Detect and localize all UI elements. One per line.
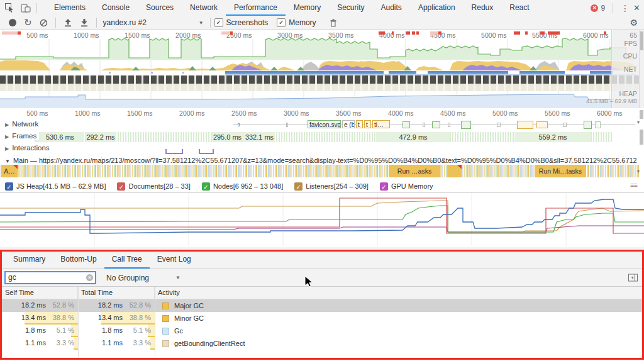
divider — [55, 18, 56, 28]
scrollbar-thumb[interactable] — [640, 130, 643, 145]
counter-gpu-memory[interactable]: ✓GPU Memory — [380, 182, 433, 191]
network-request[interactable]: favicon.svg… — [308, 120, 341, 128]
table-row[interactable]: 13.4 ms38.8 %13.4 ms38.8 %Minor GC — [2, 312, 642, 325]
column-header-activity[interactable]: Activity — [155, 287, 642, 299]
percent-value: 3.3 % — [133, 339, 151, 347]
ruler-label: 2000 ms — [179, 109, 204, 117]
device-toolbar-icon[interactable] — [19, 2, 33, 14]
tab-react[interactable]: React — [501, 0, 537, 16]
frame-duration[interactable]: 559.2 ms — [514, 132, 591, 142]
flame-task[interactable] — [448, 165, 462, 177]
screenshots-checkbox[interactable]: ✓ — [214, 18, 223, 27]
network-request[interactable]: e (b — [342, 120, 355, 128]
checkbox-icon[interactable]: ✓ — [202, 182, 210, 191]
record-button[interactable] — [9, 19, 16, 26]
tab-application[interactable]: Application — [410, 0, 464, 16]
settings-gear-icon[interactable]: ⚙ — [630, 18, 638, 28]
grouping-select[interactable]: No Grouping ▼ — [106, 274, 180, 282]
overview-lane-labels: 65 FPS CPU NET HEAP 41.5 MB – 62.9 MB — [611, 30, 640, 108]
tab-network[interactable]: Network — [182, 0, 226, 16]
table-row[interactable]: 1.8 ms5.1 %1.8 ms5.1 %Gc — [2, 325, 642, 337]
collect-garbage-button[interactable] — [329, 18, 338, 28]
frame-duration[interactable]: 292.2 ms — [86, 132, 116, 142]
error-count-badge[interactable]: ✕ 9 — [591, 4, 605, 13]
frames-track-label[interactable]: ▶Frames — [5, 132, 39, 140]
inspect-element-icon[interactable] — [3, 2, 16, 14]
counter-listeners[interactable]: ✓Listeners[254 – 309] — [294, 182, 369, 191]
clear-filter-icon[interactable]: ✕ — [86, 274, 93, 281]
ruler-label: 6000 ms — [597, 109, 622, 117]
network-request[interactable]: t — [364, 120, 371, 128]
ruler-label: 1000 ms — [75, 109, 100, 117]
close-icon[interactable]: ✕ — [633, 3, 640, 13]
overview-ruler: 500 ms1000 ms1500 ms2000 ms2500 ms3000 m… — [0, 30, 639, 42]
scrollbar-thumb[interactable] — [640, 31, 643, 50]
frame-duration[interactable]: 472.9 ms — [376, 132, 450, 142]
long-task-warning-mark — [430, 31, 438, 35]
table-row[interactable]: 18.2 ms52.8 %18.2 ms52.8 %Major GC — [2, 299, 642, 312]
details-tab-summary[interactable]: Summary — [6, 252, 53, 269]
checkbox-icon[interactable]: ✓ — [380, 182, 388, 191]
memory-counters-chart[interactable] — [0, 192, 644, 248]
interactions-track[interactable]: ▶Interactions — [0, 143, 639, 156]
details-tab-event-log[interactable]: Event Log — [150, 252, 199, 269]
frames-track[interactable]: 530.6 ms292.2 ms295.0 ms332.1 ms472.9 ms… — [0, 131, 639, 143]
screenshots-filmstrip[interactable] — [0, 75, 639, 91]
ruler-label: 5500 ms — [545, 109, 570, 117]
table-row[interactable]: 1.1 ms3.3 %1.1 ms3.3 %getBoundingClientR… — [2, 337, 642, 350]
sidebar-toggle-icon[interactable] — [628, 274, 638, 284]
counter-documents[interactable]: ✓Documents[28 – 33] — [117, 182, 190, 191]
scroll-down-icon[interactable]: ▾ — [637, 169, 640, 174]
tab-performance[interactable]: Performance — [226, 0, 286, 16]
collapse-arrow-icon: ▼ — [5, 158, 10, 164]
checkbox-icon[interactable]: ✓ — [5, 182, 13, 191]
profile-select[interactable]: yandex.ru #2 ▼ — [103, 18, 204, 27]
overview-chart — [0, 30, 639, 108]
call-tree-table: Self Time Total Time Activity 18.2 ms52.… — [2, 287, 642, 358]
tab-sources[interactable]: Sources — [138, 0, 182, 16]
flame-task[interactable]: A… — [1, 165, 18, 177]
scroll-down-icon[interactable]: ▾ — [637, 119, 640, 125]
save-profile-button[interactable] — [80, 18, 89, 27]
tab-redux[interactable]: Redux — [464, 0, 502, 16]
frame-duration[interactable]: 332.1 ms — [244, 132, 275, 142]
frame-duration[interactable]: 295.0 ms — [212, 132, 243, 142]
main-thread-track-label[interactable]: ▼Main — https://yandex.ru/maps/213/mosco… — [0, 156, 638, 165]
overview-scrollbar[interactable] — [639, 30, 644, 108]
counter-js-heap[interactable]: ✓JS Heap[41.5 MB – 62.9 MB] — [5, 182, 106, 191]
network-request[interactable]: t — [356, 120, 363, 128]
drag-handle-icon[interactable]: ≡≡ — [630, 181, 637, 189]
network-track[interactable]: ▶Network favicon.svg…e (bttti… — [0, 119, 639, 131]
scrollbar-thumb[interactable] — [640, 110, 643, 119]
tab-audits[interactable]: Audits — [373, 0, 410, 16]
details-tab-bottom-up[interactable]: Bottom-Up — [53, 252, 104, 269]
details-tab-call-tree[interactable]: Call Tree — [104, 252, 150, 269]
column-header-total-time[interactable]: Total Time — [78, 287, 155, 299]
flame-task[interactable]: Run Mi…tasks — [535, 165, 586, 177]
column-header-self-time[interactable]: Self Time — [2, 287, 78, 299]
tab-memory[interactable]: Memory — [286, 0, 329, 16]
ruler-label: 3500 ms — [336, 109, 361, 117]
long-task-mark — [416, 31, 419, 35]
load-profile-button[interactable] — [64, 18, 72, 27]
timeline-overview[interactable]: 500 ms1000 ms1500 ms2000 ms2500 ms3000 m… — [0, 30, 639, 108]
timeline-ruler: 500 ms1000 ms1500 ms2000 ms2500 ms3000 m… — [0, 108, 639, 120]
frame-duration[interactable]: 530.6 ms — [36, 132, 84, 142]
profile-select-value: yandex.ru #2 — [103, 18, 147, 27]
counter-nodes[interactable]: ✓Nodes[6 952 – 13 048] — [202, 182, 283, 191]
interactions-track-label[interactable]: ▶Interactions — [5, 144, 50, 152]
tab-security[interactable]: Security — [329, 0, 372, 16]
reload-record-button[interactable]: ↻ — [24, 17, 32, 28]
network-request[interactable]: ti… — [372, 120, 390, 128]
tab-elements[interactable]: Elements — [46, 0, 94, 16]
clear-button[interactable] — [40, 19, 48, 27]
checkbox-icon[interactable]: ✓ — [294, 182, 303, 191]
more-menu-icon[interactable]: ⋮ — [621, 3, 630, 13]
filter-input[interactable]: gc ✕ — [4, 271, 96, 284]
memory-checkbox[interactable]: ✓ — [277, 18, 286, 27]
main-thread-flamechart[interactable]: A…Run …asksRun Mi…tasks — [0, 165, 639, 177]
devtools-window: ElementsConsoleSourcesNetworkPerformance… — [0, 0, 644, 361]
flame-task[interactable]: Run …asks — [389, 165, 440, 177]
checkbox-icon[interactable]: ✓ — [117, 182, 125, 191]
tab-console[interactable]: Console — [94, 0, 138, 16]
